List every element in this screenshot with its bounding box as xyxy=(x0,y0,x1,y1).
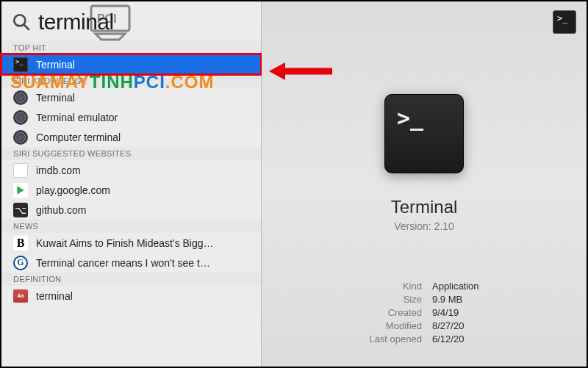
result-label: Terminal emulator xyxy=(36,112,118,123)
dictionary-icon: Aa xyxy=(13,289,28,303)
result-label: Terminal xyxy=(36,59,75,71)
result-site-github[interactable]: ⌥ github.com xyxy=(1,200,261,220)
section-header-siri-websites: SIRI SUGGESTED WEBSITES xyxy=(1,147,261,160)
preview-thumbnail-icon xyxy=(553,10,576,34)
meta-key-created: Created xyxy=(369,307,422,318)
result-definition-terminal[interactable]: Aa terminal xyxy=(1,286,261,306)
meta-val-created: 9/4/19 xyxy=(432,307,479,318)
preview-pane: >_ Terminal Version: 2.10 Kind Applicati… xyxy=(262,1,587,367)
news-source-icon: G xyxy=(13,256,28,270)
result-site-imdb[interactable]: imdb.com xyxy=(1,160,261,180)
result-top-hit-terminal[interactable]: Terminal xyxy=(1,54,261,74)
result-site-playgoogle[interactable]: play.google.com xyxy=(1,180,261,200)
result-label: play.google.com xyxy=(36,184,110,196)
meta-val-modified: 8/27/20 xyxy=(432,320,479,331)
result-label: Kuwait Aims to Finish Mideast's Bigg… xyxy=(36,237,214,249)
result-label: imdb.com xyxy=(36,165,81,176)
results-pane: terminal TOP HIT Terminal SIRI KNOWLEDGE… xyxy=(1,1,262,367)
section-header-news: NEWS xyxy=(1,220,261,233)
result-siri-terminal[interactable]: Terminal xyxy=(1,87,261,107)
siri-icon xyxy=(13,130,28,145)
result-siri-terminal-emulator[interactable]: Terminal emulator xyxy=(1,107,261,127)
section-header-siri-knowledge: SIRI KNOWLEDGE xyxy=(1,74,261,87)
search-icon xyxy=(12,12,31,32)
svg-marker-2 xyxy=(17,186,24,195)
result-label: Terminal cancer means I won't see t… xyxy=(36,257,210,269)
preview-version: Version: 2.10 xyxy=(262,220,587,232)
favicon-generic xyxy=(13,163,28,178)
favicon-play-icon xyxy=(13,183,28,198)
meta-key-size: Size xyxy=(369,294,422,305)
news-source-icon: B xyxy=(13,236,28,250)
meta-val-size: 9.9 MB xyxy=(432,294,479,305)
result-label: Terminal xyxy=(36,92,75,104)
spotlight-window: terminal TOP HIT Terminal SIRI KNOWLEDGE… xyxy=(1,1,587,367)
section-header-definition: DEFINITION xyxy=(1,273,261,286)
terminal-prompt-glyph: >_ xyxy=(397,105,423,131)
siri-icon xyxy=(13,110,28,125)
result-siri-computer-terminal[interactable]: Computer terminal xyxy=(1,127,261,147)
terminal-app-icon xyxy=(13,57,28,72)
result-label: terminal xyxy=(36,290,73,302)
preview-metadata: Kind Application Size 9.9 MB Created 9/4… xyxy=(369,281,478,344)
meta-val-opened: 6/12/20 xyxy=(432,333,479,344)
meta-val-kind: Application xyxy=(432,281,479,292)
search-query-text: terminal xyxy=(38,10,114,35)
result-news-cancer[interactable]: G Terminal cancer means I won't see t… xyxy=(1,253,261,273)
search-field[interactable]: terminal xyxy=(1,1,261,41)
meta-key-opened: Last opened xyxy=(369,333,422,344)
result-label: Computer terminal xyxy=(36,131,121,143)
preview-app-icon: >_ xyxy=(384,94,464,173)
siri-icon xyxy=(13,90,28,105)
favicon-github-icon: ⌥ xyxy=(13,203,28,217)
meta-key-kind: Kind xyxy=(369,281,422,292)
preview-title: Terminal xyxy=(262,197,587,217)
result-label: github.com xyxy=(36,204,86,216)
svg-point-0 xyxy=(14,15,25,26)
section-header-top-hit: TOP HIT xyxy=(1,41,261,54)
meta-key-modified: Modified xyxy=(369,320,422,331)
svg-line-1 xyxy=(24,25,29,30)
result-news-kuwait[interactable]: B Kuwait Aims to Finish Mideast's Bigg… xyxy=(1,233,261,253)
